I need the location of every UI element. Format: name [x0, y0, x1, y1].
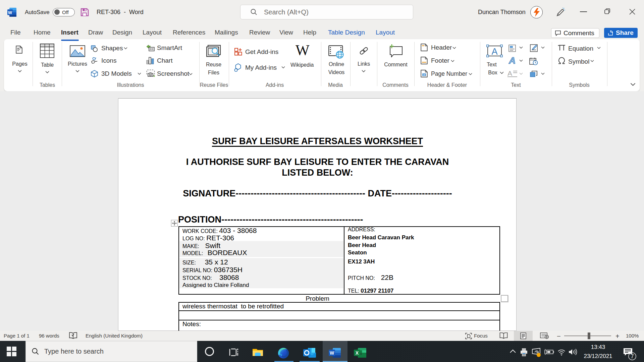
svg-text:#: # — [423, 73, 425, 76]
svg-text:A: A — [491, 47, 497, 57]
svg-text:W: W — [330, 350, 334, 356]
svg-text:7: 7 — [631, 354, 634, 359]
svg-text:A: A — [508, 56, 516, 66]
svg-text:X: X — [356, 350, 359, 356]
